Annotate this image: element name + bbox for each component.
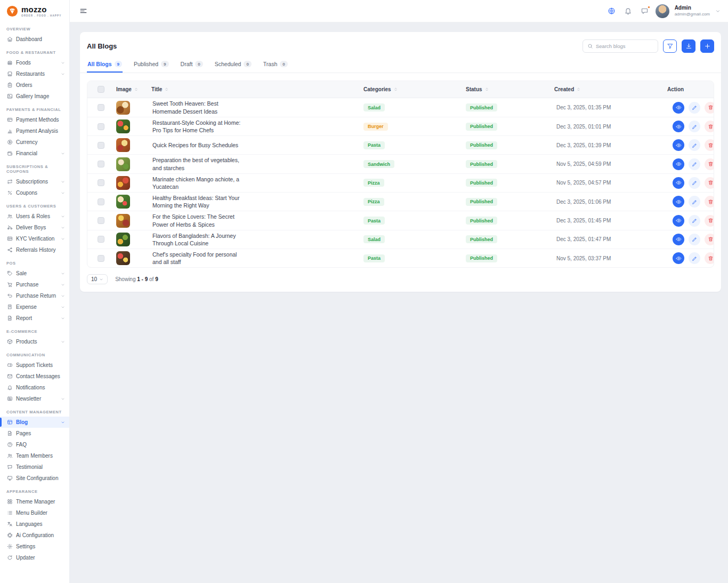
row-checkbox[interactable] <box>98 198 104 205</box>
brand-logo[interactable]: mozzo ORDER . FOOD . HAPPY <box>0 0 69 21</box>
sidebar-item-report[interactable]: Report <box>0 313 69 324</box>
delete-button[interactable] <box>705 196 714 207</box>
sidebar-item-kyc-verification[interactable]: KYC Verification <box>0 233 69 244</box>
per-page-select[interactable]: 10 <box>87 274 108 284</box>
sidebar-item-referrals-history[interactable]: Referrals History <box>0 244 69 255</box>
edit-button[interactable] <box>689 139 700 151</box>
edit-button[interactable] <box>689 252 700 264</box>
sidebar-item-notifications[interactable]: Notifications <box>0 382 69 393</box>
sidebar-item-menu-builder[interactable]: Menu Builder <box>0 507 69 518</box>
view-button[interactable] <box>673 196 684 207</box>
delete-button[interactable] <box>705 158 714 170</box>
edit-button[interactable] <box>689 234 700 245</box>
sidebar-toggle-button[interactable] <box>77 5 90 17</box>
sidebar-item-pages[interactable]: Pages <box>0 428 69 439</box>
row-checkbox[interactable] <box>98 217 104 224</box>
row-checkbox[interactable] <box>98 104 104 111</box>
user-avatar[interactable] <box>656 4 669 18</box>
view-button[interactable] <box>673 102 684 114</box>
search-box[interactable] <box>583 39 658 53</box>
export-download-button[interactable] <box>682 39 695 53</box>
tab-draft[interactable]: Draft0 <box>180 56 204 73</box>
notifications-button[interactable] <box>622 5 634 17</box>
column-header-categories[interactable]: Categories <box>361 85 464 94</box>
sidebar-item-gallery-image[interactable]: Gallery Image <box>0 91 69 102</box>
table-row: Marinate chicken Mango achiote, a Yucate… <box>87 173 714 192</box>
content-area: All Blogs All Blogs9Published9Draft0Sche… <box>70 22 728 583</box>
tab-trash[interactable]: Trash0 <box>263 56 288 73</box>
tab-all-blogs[interactable]: All Blogs9 <box>87 56 123 73</box>
view-button[interactable] <box>673 215 684 227</box>
edit-button[interactable] <box>689 102 700 114</box>
sidebar-item-financial[interactable]: Financial <box>0 148 69 159</box>
sidebar-item-users-roles[interactable]: Users & Roles <box>0 211 69 222</box>
view-button[interactable] <box>673 139 684 151</box>
edit-button[interactable] <box>689 158 700 170</box>
sidebar-item-faq[interactable]: FAQ <box>0 439 69 450</box>
sidebar-item-support-tickets[interactable]: Support Tickets <box>0 360 69 371</box>
row-checkbox[interactable] <box>98 236 104 243</box>
sidebar-item-sale[interactable]: Sale <box>0 268 69 279</box>
sidebar-item-purchase[interactable]: Purchase <box>0 279 69 290</box>
search-input[interactable] <box>596 43 653 49</box>
sidebar-item-currency[interactable]: Currency <box>0 137 69 148</box>
tab-published[interactable]: Published9 <box>133 56 169 73</box>
view-button[interactable] <box>673 234 684 245</box>
sidebar-item-restaurants[interactable]: Restaurants <box>0 68 69 79</box>
column-header-image[interactable]: Image <box>114 85 149 94</box>
sidebar-item-subscriptions[interactable]: Subscriptions <box>0 176 69 187</box>
delete-button[interactable] <box>705 121 714 132</box>
messages-button[interactable] <box>639 5 650 17</box>
view-button[interactable] <box>673 177 684 189</box>
sidebar-item-languages[interactable]: Languages <box>0 518 69 530</box>
column-header-title[interactable]: Title <box>149 85 361 94</box>
filter-button[interactable] <box>663 39 677 53</box>
sidebar-item-dashboard[interactable]: Dashboard <box>0 34 69 45</box>
sidebar-item-expense[interactable]: Expense <box>0 301 69 313</box>
row-checkbox[interactable] <box>98 161 104 167</box>
sidebar-item-foods[interactable]: Foods <box>0 57 69 68</box>
sidebar-item-theme-manager[interactable]: Theme Manager <box>0 496 69 507</box>
delete-button[interactable] <box>705 215 714 227</box>
sidebar-item-updater[interactable]: Updater <box>0 552 69 563</box>
edit-button[interactable] <box>689 215 700 227</box>
blogs-table: Image Title Categories Status Created Ac… <box>87 81 714 268</box>
sidebar-item-contact-messages[interactable]: Contact Messages <box>0 371 69 382</box>
view-button[interactable] <box>673 121 684 132</box>
select-all-checkbox[interactable] <box>98 86 104 93</box>
sidebar-item-orders[interactable]: Orders <box>0 79 69 91</box>
sidebar-item-testimonial[interactable]: Testimonial <box>0 461 69 473</box>
sidebar-item-blog[interactable]: Blog <box>0 417 69 428</box>
sidebar-item-deliver-boys[interactable]: Deliver Boys <box>0 222 69 233</box>
add-blog-button[interactable] <box>700 39 714 53</box>
sidebar-item-payment-analysis[interactable]: Payment Analysis <box>0 125 69 137</box>
column-header-created[interactable]: Created <box>552 85 665 94</box>
sidebar-item-payment-methods[interactable]: Payment Methods <box>0 114 69 125</box>
delete-button[interactable] <box>705 139 714 151</box>
tab-scheduled[interactable]: Scheduled0 <box>214 56 252 73</box>
sidebar-item-newsletter[interactable]: Newsletter <box>0 393 69 404</box>
edit-button[interactable] <box>689 121 700 132</box>
sidebar-item-site-configuration[interactable]: Site Configuration <box>0 473 69 484</box>
delete-button[interactable] <box>705 252 714 264</box>
delete-button[interactable] <box>705 234 714 245</box>
edit-button[interactable] <box>689 196 700 207</box>
sidebar-item-coupons[interactable]: Coupons <box>0 187 69 198</box>
language-globe-button[interactable] <box>606 5 617 17</box>
sidebar-item-ai-configuration[interactable]: Ai Configuration <box>0 530 69 541</box>
row-checkbox[interactable] <box>98 255 104 262</box>
view-button[interactable] <box>673 158 684 170</box>
sidebar-item-products[interactable]: Products <box>0 336 69 347</box>
sidebar-item-settings[interactable]: Settings <box>0 541 69 552</box>
sidebar-item-purchase-return[interactable]: Purchase Return <box>0 290 69 301</box>
row-checkbox[interactable] <box>98 179 104 186</box>
row-checkbox[interactable] <box>98 142 104 149</box>
column-header-status[interactable]: Status <box>464 85 552 94</box>
delete-button[interactable] <box>705 177 714 189</box>
edit-button[interactable] <box>689 177 700 189</box>
view-button[interactable] <box>673 252 684 264</box>
delete-button[interactable] <box>705 102 714 114</box>
row-checkbox[interactable] <box>98 123 104 130</box>
user-menu-chevron[interactable] <box>715 9 721 14</box>
sidebar-item-team-members[interactable]: Team Members <box>0 450 69 461</box>
